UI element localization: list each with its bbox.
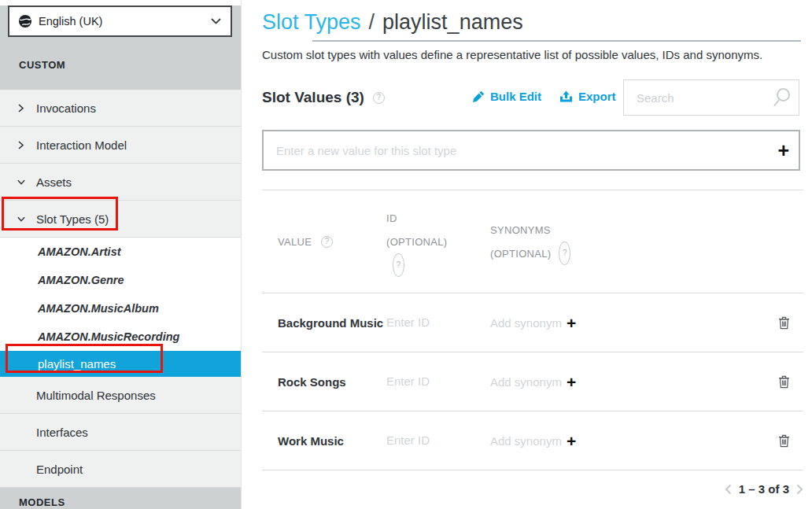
sidebar-item-label: Invocations — [36, 101, 96, 115]
add-value-button[interactable]: + — [777, 141, 789, 160]
chevron-right-icon — [17, 141, 25, 149]
slot-values-title-text: Slot Values (3) — [262, 89, 364, 106]
slot-type-label: AMAZON.Artist — [38, 245, 121, 258]
add-synonym-button[interactable]: + — [567, 315, 576, 331]
sidebar-item-interaction-model[interactable]: Interaction Model — [0, 127, 241, 164]
delete-row-button[interactable] — [778, 433, 790, 448]
pagination-range: 1 – 3 of 3 — [739, 482, 789, 496]
globe-icon — [18, 14, 32, 28]
chevron-down-icon — [17, 215, 25, 223]
help-icon[interactable]: ? — [393, 253, 404, 277]
sidebar: English (UK) CUSTOM Invocations Interact… — [0, 0, 242, 509]
language-selector[interactable]: English (UK) — [8, 6, 232, 37]
id-input[interactable] — [386, 315, 473, 329]
table-row: Rock Songs + — [262, 352, 803, 411]
export-icon — [559, 90, 573, 103]
sidebar-item-label: Interfaces — [36, 426, 88, 439]
help-icon[interactable]: ? — [559, 242, 570, 265]
sidebar-item-amazon-musicrecording[interactable]: AMAZON.MusicRecording — [0, 323, 241, 351]
sidebar-item-endpoint[interactable]: Endpoint — [0, 451, 241, 488]
chevron-right-icon — [17, 104, 25, 112]
slot-value-text: Rock Songs — [278, 375, 346, 389]
table-row: Work Music + — [262, 411, 803, 470]
sidebar-item-amazon-musicalbum[interactable]: AMAZON.MusicAlbum — [0, 294, 241, 323]
search-input[interactable] — [637, 91, 770, 105]
sidebar-top-section: English (UK) CUSTOM — [0, 6, 241, 90]
new-slot-value-box: + — [262, 130, 800, 171]
breadcrumb-slot-types-link[interactable]: Slot Types — [262, 10, 361, 35]
chevron-placeholder — [17, 465, 25, 473]
export-label: Export — [578, 90, 616, 103]
sidebar-item-amazon-genre[interactable]: AMAZON.Genre — [0, 266, 241, 294]
page-title: playlist_names — [382, 10, 523, 35]
sidebar-item-slot-types[interactable]: Slot Types (5) — [0, 201, 241, 238]
help-icon[interactable]: ? — [321, 236, 333, 248]
title-underline — [312, 40, 801, 42]
search-icon[interactable] — [770, 86, 794, 109]
slot-type-label: AMAZON.Genre — [38, 274, 124, 286]
slot-values-title: Slot Values (3) ? — [262, 89, 385, 106]
header-id-optional-label: (OPTIONAL) — [386, 230, 490, 253]
breadcrumb: Slot Types / playlist_names — [262, 10, 523, 35]
synonym-input[interactable] — [490, 434, 567, 448]
add-synonym-button[interactable]: + — [567, 433, 576, 449]
pagination-prev-button[interactable] — [725, 484, 732, 495]
sidebar-item-label: Endpoint — [36, 463, 83, 476]
synonym-input[interactable] — [490, 375, 567, 389]
chevron-down-icon — [17, 178, 25, 186]
sidebar-item-label: Multimodal Responses — [36, 389, 156, 402]
id-input[interactable] — [386, 374, 473, 388]
header-synonyms-optional-label: (OPTIONAL) — [490, 242, 551, 265]
delete-row-button[interactable] — [778, 315, 790, 330]
sidebar-item-assets[interactable]: Assets — [0, 164, 241, 201]
slot-values-table: VALUE ? ID (OPTIONAL) ? SYNONYMS (OPTION… — [262, 190, 803, 470]
slot-types-children: AMAZON.Artist AMAZON.Genre AMAZON.MusicA… — [0, 238, 241, 377]
header-value: VALUE ? — [262, 236, 386, 248]
trash-icon — [778, 374, 790, 389]
new-slot-value-input[interactable] — [276, 144, 777, 157]
language-label: English (UK) — [39, 15, 211, 28]
sidebar-item-multimodal-responses[interactable]: Multimodal Responses — [0, 377, 241, 414]
synonym-input[interactable] — [490, 316, 567, 330]
chevron-placeholder — [17, 428, 25, 436]
sidebar-item-playlist-names[interactable]: playlist_names — [0, 351, 241, 377]
table-header-row: VALUE ? ID (OPTIONAL) ? SYNONYMS (OPTION… — [262, 190, 803, 293]
slot-type-label: AMAZON.MusicAlbum — [38, 302, 159, 315]
pagination-next-button[interactable] — [796, 484, 803, 495]
sidebar-item-amazon-artist[interactable]: AMAZON.Artist — [0, 238, 241, 266]
header-synonyms: SYNONYMS (OPTIONAL) ? — [490, 218, 758, 265]
delete-row-button[interactable] — [778, 374, 790, 389]
sidebar-item-label: Slot Types (5) — [36, 212, 109, 226]
bulk-edit-label: Bulk Edit — [490, 90, 541, 103]
chevron-placeholder — [17, 391, 25, 399]
export-button[interactable]: Export — [559, 90, 616, 103]
trash-icon — [778, 315, 790, 330]
header-id: ID (OPTIONAL) ? — [386, 206, 490, 277]
sidebar-item-interfaces[interactable]: Interfaces — [0, 414, 241, 451]
bulk-edit-button[interactable]: Bulk Edit — [472, 90, 541, 103]
search-box — [623, 79, 799, 116]
trash-icon — [778, 433, 790, 448]
table-row: Background Music + — [262, 293, 803, 352]
page-description: Custom slot types with values define a r… — [262, 48, 762, 61]
slot-type-label: AMAZON.MusicRecording — [38, 330, 179, 343]
sidebar-item-label: Assets — [36, 175, 72, 189]
add-synonym-button[interactable]: + — [567, 374, 576, 390]
chevron-down-icon — [211, 18, 221, 24]
header-id-label: ID — [386, 206, 490, 230]
header-value-label: VALUE — [278, 236, 312, 248]
id-input[interactable] — [386, 433, 473, 447]
main-content: Slot Types / playlist_names Custom slot … — [242, 0, 812, 509]
help-icon[interactable]: ? — [373, 92, 385, 104]
breadcrumb-separator: / — [369, 10, 375, 35]
sidebar-item-label: Interaction Model — [36, 138, 127, 152]
slot-type-label: playlist_names — [38, 357, 116, 371]
slot-value-text: Background Music — [278, 316, 383, 330]
header-synonyms-label: SYNONYMS — [490, 218, 570, 242]
slot-value-text: Work Music — [278, 434, 344, 448]
sidebar-item-invocations[interactable]: Invocations — [0, 90, 241, 127]
pagination: 1 – 3 of 3 — [725, 482, 803, 496]
bulk-edit-icon — [472, 90, 485, 103]
section-header-custom: CUSTOM — [0, 37, 241, 71]
section-header-models: MODELS — [0, 488, 241, 509]
